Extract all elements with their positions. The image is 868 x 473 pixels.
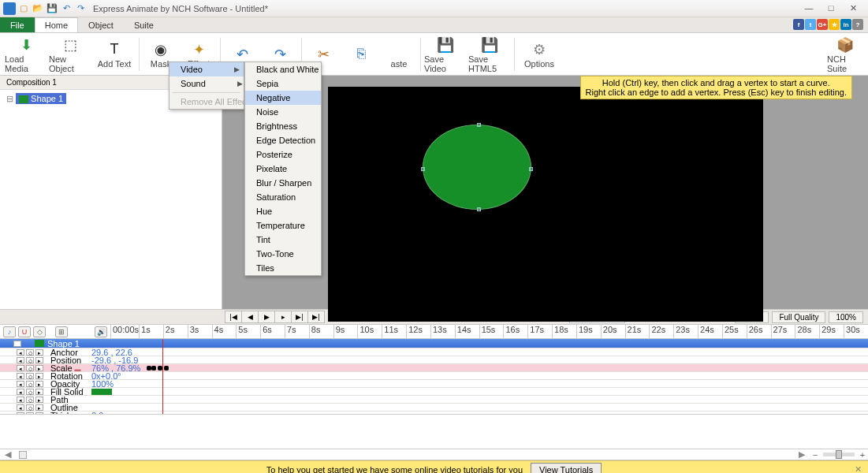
menu-item-noise[interactable]: Noise [245, 105, 321, 119]
app-icon [3, 2, 16, 15]
tab-file[interactable]: File [0, 17, 35, 32]
save-video-icon: 💾 [436, 35, 455, 54]
open-icon[interactable]: 📂 [32, 2, 44, 15]
audio-icon[interactable]: ♪ [3, 326, 16, 337]
menu-item-remove-all-effects: Remove All Effects [170, 95, 244, 109]
redo-icon[interactable]: ↷ [74, 2, 87, 15]
main-area: Composition 1 ⊟ Shape 1 Hold (Ctrl) key,… [0, 76, 868, 309]
nch-suite-button[interactable]: 📦 NCH Suite [827, 35, 863, 73]
prop-row-thickness[interactable]: ◂◇▸Thickness0.0 [0, 412, 868, 415]
playback-btn-0[interactable]: |◀ [225, 311, 242, 323]
cut-icon: ✂ [314, 45, 333, 64]
social-icon[interactable]: G+ [817, 19, 828, 30]
new-icon[interactable]: ▢ [17, 2, 30, 15]
menu-item-blur-sharpen[interactable]: Blur / Sharpen [245, 176, 321, 190]
ribbon-tabs: File Home Object Suite [0, 17, 868, 33]
social-icon[interactable]: ★ [829, 19, 840, 30]
time-ruler[interactable]: 00:00s1s2s3s4s5s6s7s8s9s10s11s12s13s14s1… [110, 325, 868, 338]
save-video-button[interactable]: 💾Save Video [424, 35, 467, 73]
tutorial-bar: To help you get started we have some onl… [0, 460, 868, 473]
menu-item-tint[interactable]: Tint [245, 233, 321, 247]
timeline-scrollbar[interactable]: ◀ ▶ − + [0, 449, 868, 460]
nch-suite-label: NCH Suite [827, 54, 863, 73]
shape-ellipse[interactable] [423, 125, 531, 210]
add-text-icon: T [105, 40, 124, 59]
tab-suite[interactable]: Suite [124, 17, 164, 32]
playback-btn-1[interactable]: ◀ [241, 311, 259, 323]
package-icon: 📦 [836, 35, 855, 54]
zoom-in-icon[interactable]: + [857, 450, 868, 460]
speaker-icon[interactable]: 🔊 [95, 326, 107, 337]
playback-btn-5[interactable]: ▶| [307, 311, 325, 323]
timeline[interactable]: ⊟Shape 1◂◇▸Anchor29.6 , 22.6◂◇▸Position-… [0, 339, 868, 415]
load-media-icon: ⬇ [17, 35, 35, 54]
keyframe-tool-icon[interactable]: ◇ [33, 326, 46, 337]
composition-panel: Composition 1 ⊟ Shape 1 [0, 76, 222, 309]
toolbar: ⬇Load Media⬚New ObjectTAdd Text◉Mask✦Eff… [0, 33, 868, 76]
menu-item-sound[interactable]: Sound▶ [170, 76, 244, 91]
close-button[interactable]: ✕ [844, 3, 862, 13]
redo-icon: ↷ [270, 45, 289, 64]
view-tutorials-button[interactable]: View Tutorials [531, 463, 602, 474]
load-media-button[interactable]: ⬇Load Media [5, 35, 47, 73]
effect-icon: ✦ [189, 40, 208, 59]
tutorial-text: To help you get started we have some onl… [266, 465, 523, 474]
prop-row-fill-solid[interactable]: ◂◇▸Fill Solid [0, 388, 868, 396]
menu-item-saturation[interactable]: Saturation [245, 190, 321, 204]
menu-item-video[interactable]: Video▶ [170, 62, 244, 76]
paste-button[interactable]: aste [381, 35, 417, 73]
save-icon[interactable]: 💾 [46, 2, 58, 15]
canvas[interactable] [328, 87, 763, 322]
effect-menu: Video▶Sound▶Remove All Effects [169, 61, 244, 110]
scroll-right-icon[interactable]: ▶ [794, 449, 810, 460]
social-links: ftG+★in? [793, 19, 863, 30]
playback-btn-4[interactable]: ▶| [291, 311, 308, 323]
save-html5-icon: 💾 [480, 35, 499, 54]
menu-item-black-and-white[interactable]: Black and White [245, 62, 321, 76]
tree-item-shape1[interactable]: Shape 1 [16, 93, 66, 104]
options-icon: ⚙ [530, 40, 549, 59]
zoom-out-icon[interactable]: − [810, 450, 821, 460]
paste-icon [389, 40, 408, 59]
social-icon[interactable]: f [793, 19, 804, 30]
copy-icon: ⎘ [352, 45, 371, 64]
social-icon[interactable]: t [805, 19, 816, 30]
quality-select[interactable]: Full Quality [772, 311, 825, 323]
video-effects-submenu: Black and WhiteSepiaNegativeNoiseBrightn… [244, 61, 322, 276]
layer-header[interactable]: ⊟Shape 1 [0, 339, 868, 348]
tab-object[interactable]: Object [78, 17, 124, 32]
new-object-icon: ⬚ [61, 35, 80, 54]
menu-item-brightness[interactable]: Brightness [245, 119, 321, 133]
scroll-left-icon[interactable]: ◀ [0, 449, 16, 460]
menu-item-tiles[interactable]: Tiles [245, 261, 321, 275]
maximize-button[interactable]: □ [822, 3, 840, 13]
menu-item-negative[interactable]: Negative [245, 91, 321, 105]
new-object-button[interactable]: ⬚New Object [49, 35, 91, 73]
magnet-icon[interactable]: U [18, 326, 31, 337]
timeline-empty [0, 415, 868, 449]
menu-item-posterize[interactable]: Posterize [245, 147, 321, 162]
menu-item-sepia[interactable]: Sepia [245, 76, 321, 91]
social-icon[interactable]: in [840, 19, 851, 30]
menu-item-temperature[interactable]: Temperature [245, 218, 321, 233]
timeline-header: ♪ U ◇ ⊞ 🔊 00:00s1s2s3s4s5s6s7s8s9s10s11s… [0, 325, 868, 339]
menu-item-two-tone[interactable]: Two-Tone [245, 247, 321, 261]
tab-home[interactable]: Home [35, 17, 78, 32]
undo-icon[interactable]: ↶ [60, 2, 73, 15]
menu-item-pixelate[interactable]: Pixelate [245, 162, 321, 176]
tutorial-close-icon[interactable]: ✕ [855, 464, 862, 473]
snap-icon[interactable]: ⊞ [55, 326, 68, 337]
options-button[interactable]: ⚙Options [518, 35, 561, 73]
social-icon[interactable]: ? [852, 19, 863, 30]
menu-item-hue[interactable]: Hue [245, 204, 321, 218]
prop-row-path[interactable]: ◂◇▸Path [0, 396, 868, 404]
menu-item-edge-detection[interactable]: Edge Detection [245, 133, 321, 147]
playhead[interactable] [162, 339, 163, 414]
add-text-button[interactable]: TAdd Text [93, 35, 136, 73]
playback-btn-3[interactable]: ▸ [274, 311, 292, 323]
minimize-button[interactable]: — [800, 3, 818, 13]
copy-button[interactable]: ⎘ [343, 35, 379, 73]
save-html5-button[interactable]: 💾Save HTML5 [468, 35, 511, 73]
playback-btn-2[interactable]: ▶ [258, 311, 275, 323]
zoom-level[interactable]: 100% [829, 311, 863, 323]
